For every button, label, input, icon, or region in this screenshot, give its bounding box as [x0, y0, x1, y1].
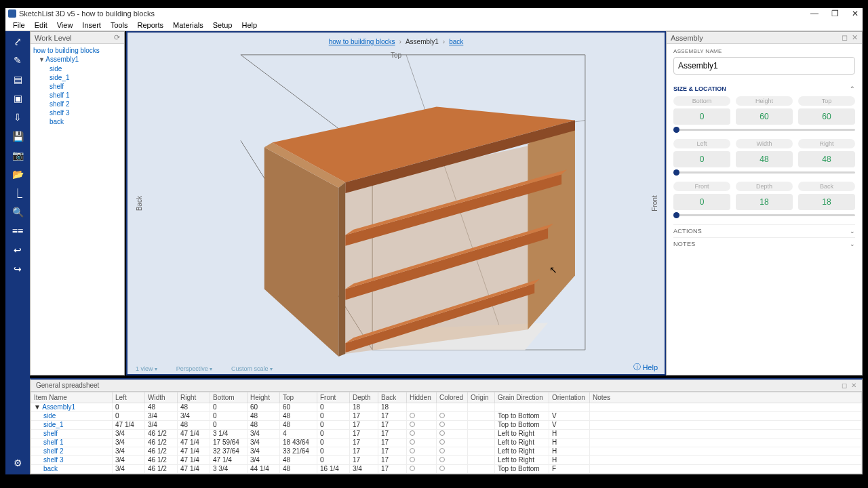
dimension-slider[interactable]	[673, 214, 855, 216]
column-header[interactable]: Origin	[468, 392, 495, 403]
column-header[interactable]: Bottom	[210, 392, 248, 403]
dim-label: Bottom	[673, 96, 730, 106]
share-icon[interactable]: ⤤	[12, 35, 24, 47]
undo-icon[interactable]: ↩	[12, 244, 24, 256]
column-header[interactable]: Width	[145, 392, 178, 403]
column-header[interactable]: Left	[113, 392, 145, 403]
view-status-item[interactable]: Perspective	[176, 365, 212, 372]
dim-value[interactable]: 60	[736, 108, 793, 125]
dim-value[interactable]: 0	[673, 151, 730, 167]
dim-label: Height	[736, 96, 793, 106]
tree-item[interactable]: shelf	[32, 82, 123, 91]
tree-item[interactable]: ▼ Assembly1	[32, 55, 123, 64]
column-header[interactable]: Hidden	[407, 392, 437, 403]
help-label: Help	[642, 363, 658, 371]
view-status-item[interactable]: 1 view	[136, 365, 157, 372]
maximize-button[interactable]: ❐	[830, 9, 840, 18]
assembly-name-input[interactable]	[673, 57, 855, 75]
dim-value[interactable]: 48	[736, 151, 793, 167]
help-link[interactable]: ⓘ Help	[633, 362, 658, 372]
column-header[interactable]: Item Name	[31, 392, 113, 403]
viewport-3d[interactable]: how to building blocks›Assembly1›back To…	[126, 31, 666, 375]
notes-label: NOTES	[673, 241, 696, 247]
column-header[interactable]: Notes	[590, 392, 862, 403]
open-icon[interactable]: 📂	[12, 168, 24, 180]
close-panel-icon[interactable]: ✕	[852, 33, 858, 42]
table-row[interactable]: shelf 33/446 1/247 1/447 1/43/44801717Le…	[31, 456, 862, 465]
table-row[interactable]: shelf3/446 1/247 1/43 1/43/4401717Left t…	[31, 430, 862, 439]
table-row[interactable]: back3/446 1/247 1/43 3/444 1/44816 1/43/…	[31, 465, 862, 474]
tree-item[interactable]: shelf 3	[32, 108, 123, 117]
help-icon: ⓘ	[633, 362, 641, 372]
popout-icon[interactable]: ◻	[842, 382, 847, 389]
table-row[interactable]: side_147 1/43/4480484801717Top to Bottom…	[31, 421, 862, 430]
menu-insert[interactable]: Insert	[77, 20, 106, 30]
pencil-icon[interactable]: ✎	[12, 54, 24, 66]
column-header[interactable]: Top	[280, 392, 317, 403]
save-icon[interactable]: ▣	[12, 92, 24, 104]
column-header[interactable]: Height	[248, 392, 280, 403]
menu-tools[interactable]: Tools	[106, 20, 133, 30]
menubar: FileEditViewInsertToolsReportsMaterialsS…	[5, 19, 863, 31]
column-header[interactable]: Front	[317, 392, 350, 403]
tree-item[interactable]: back	[32, 117, 123, 126]
import-icon[interactable]: ⇩	[12, 111, 24, 123]
dim-value[interactable]: 0	[673, 194, 730, 210]
spreadsheet-panel: General spreadsheet ◻ ✕ Item NameLeftWid…	[30, 378, 863, 474]
close-panel-icon[interactable]: ✕	[851, 382, 856, 389]
dim-value[interactable]: 0	[673, 108, 730, 125]
popout-icon[interactable]: ◻	[842, 33, 848, 42]
refresh-icon[interactable]: ⟳	[114, 33, 120, 42]
doc-icon[interactable]: ▤	[12, 73, 24, 85]
view-status-item[interactable]: Custom scale	[231, 365, 273, 372]
view-status: 1 viewPerspectiveCustom scale	[136, 365, 273, 372]
dim-label: Left	[673, 139, 730, 148]
inspector-title: Assembly	[671, 34, 703, 42]
align-icon[interactable]: ≡≡	[12, 225, 24, 237]
column-header[interactable]: Right	[178, 392, 210, 403]
table-row[interactable]: side03/43/40484801717Top to BottomV	[31, 412, 862, 421]
tree-item[interactable]: side_1	[32, 73, 123, 82]
tree-item[interactable]: how to building blocks	[32, 46, 123, 55]
asm-name-label: ASSEMBLY NAME	[673, 48, 855, 54]
dimension-slider[interactable]	[673, 129, 855, 131]
column-header[interactable]: Depth	[350, 392, 378, 403]
menu-materials[interactable]: Materials	[168, 20, 208, 30]
gear-icon[interactable]: ⚙	[12, 457, 24, 469]
table-row[interactable]: shelf 13/446 1/247 1/417 59/643/418 43/6…	[31, 439, 862, 447]
menu-edit[interactable]: Edit	[30, 20, 52, 30]
dimension-slider[interactable]	[673, 171, 855, 174]
dim-value[interactable]: 48	[798, 151, 855, 167]
inspector-panel: Assembly ◻ ✕ ASSEMBLY NAME SIZE & LOCATI…	[666, 31, 863, 375]
tree-item[interactable]: shelf 1	[32, 91, 123, 100]
table-row[interactable]: shelf 23/446 1/247 1/432 37/643/433 21/6…	[31, 447, 862, 456]
column-header[interactable]: Colored	[437, 392, 468, 403]
close-button[interactable]: ✕	[850, 9, 860, 18]
zoom-icon[interactable]: 🔍	[12, 206, 24, 218]
spreadsheet-table[interactable]: Item NameLeftWidthRightBottomHeightTopFr…	[31, 392, 862, 474]
camera-icon[interactable]: 📷	[12, 149, 24, 161]
menu-file[interactable]: File	[8, 20, 30, 30]
dim-label: Width	[736, 139, 793, 148]
actions-section[interactable]: ACTIONS ⌄	[673, 224, 855, 237]
column-header[interactable]: Grain Direction	[495, 392, 549, 403]
angle-l-icon[interactable]: ⎿	[12, 187, 24, 199]
menu-reports[interactable]: Reports	[133, 20, 169, 30]
dim-value[interactable]: 60	[798, 108, 855, 125]
tree-item[interactable]: side	[32, 64, 123, 73]
tree-item[interactable]: shelf 2	[32, 100, 123, 108]
size-location-section[interactable]: SIZE & LOCATION ⌃	[673, 85, 855, 92]
table-row[interactable]: ▼ Assembly1048480606001818	[31, 403, 862, 412]
column-header[interactable]: Back	[378, 392, 407, 403]
dim-value[interactable]: 18	[736, 194, 793, 210]
column-header[interactable]: Orientation	[549, 392, 590, 403]
redo-icon[interactable]: ↪	[12, 263, 24, 275]
notes-section[interactable]: NOTES ⌄	[673, 237, 855, 250]
spreadsheet-title: General spreadsheet	[36, 382, 99, 389]
menu-view[interactable]: View	[52, 20, 78, 30]
minimize-button[interactable]: —	[810, 9, 819, 18]
dim-value[interactable]: 18	[798, 194, 855, 210]
floppy-icon[interactable]: 💾	[12, 130, 24, 142]
menu-setup[interactable]: Setup	[208, 20, 237, 30]
menu-help[interactable]: Help	[237, 20, 262, 30]
